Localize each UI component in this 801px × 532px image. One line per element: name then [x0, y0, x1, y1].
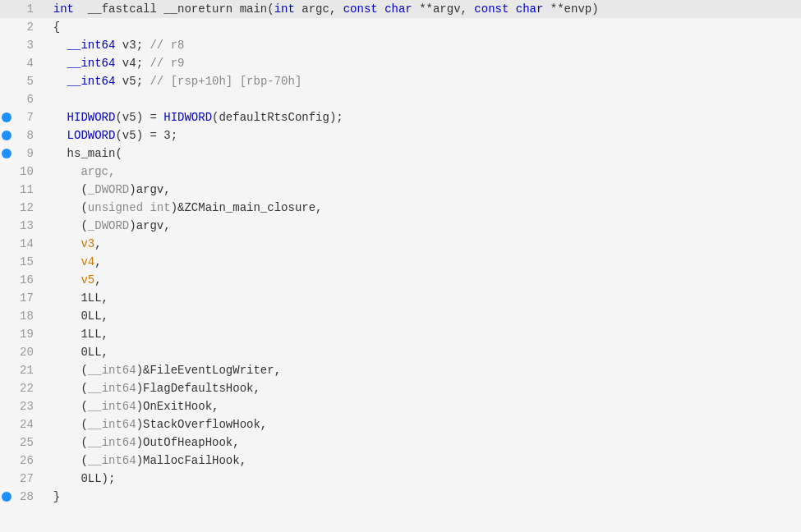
breakpoint-gutter[interactable]	[0, 271, 13, 289]
breakpoint-gutter[interactable]	[0, 361, 13, 379]
table-row: 21 (__int64)&FileEventLogWriter,	[0, 361, 801, 379]
code-token: 0LL);	[53, 472, 116, 485]
breakpoint-gutter[interactable]	[0, 163, 13, 181]
code-token: (	[53, 400, 88, 413]
line-number: 13	[13, 217, 47, 235]
code-token: )&FileEventLogWriter,	[136, 364, 281, 377]
line-content: 0LL);	[47, 470, 801, 488]
breakpoint-gutter[interactable]	[0, 253, 13, 271]
table-row: 1int __fastcall __noreturn main(int argc…	[0, 0, 801, 18]
line-content: (_DWORD)argv,	[47, 217, 801, 235]
code-token: (v5) =	[115, 111, 163, 124]
table-row: 5 __int64 v5; // [rsp+10h] [rbp-70h]	[0, 72, 801, 90]
line-content: (__int64)OutOfHeapHook,	[47, 433, 801, 452]
code-token: v3;	[115, 39, 150, 52]
code-token: (	[53, 201, 88, 214]
code-token: hs_main(	[53, 147, 122, 160]
breakpoint-gutter[interactable]	[0, 307, 13, 325]
breakpoint-gutter[interactable]	[0, 144, 13, 163]
line-number: 3	[13, 36, 47, 54]
breakpoint-gutter[interactable]	[0, 108, 13, 126]
breakpoint-gutter[interactable]	[0, 181, 13, 199]
code-token	[53, 237, 81, 250]
table-row: 23 (__int64)OnExitHook,	[0, 397, 801, 415]
code-token: (defaultRtsConfig);	[212, 111, 343, 124]
code-token: v3	[81, 237, 94, 250]
line-content: (unsigned int)&ZCMain_main_closure,	[47, 199, 801, 217]
breakpoint-gutter[interactable]	[0, 217, 13, 235]
code-token: argc,	[53, 165, 116, 178]
line-content: 0LL,	[47, 307, 801, 325]
code-token: )argv,	[129, 183, 170, 196]
line-number: 16	[13, 271, 47, 289]
table-row: 14 v3,	[0, 235, 801, 253]
code-token: unsigned int	[88, 201, 171, 214]
table-row: 13 (_DWORD)argv,	[0, 217, 801, 235]
breakpoint-gutter[interactable]	[0, 488, 13, 506]
line-content: int __fastcall __noreturn main(int argc,…	[47, 0, 801, 18]
code-token: (	[53, 382, 88, 395]
breakpoint-gutter[interactable]	[0, 452, 13, 470]
table-row: 27 0LL);	[0, 470, 801, 488]
code-token: char	[384, 2, 412, 16]
code-editor[interactable]: 1int __fastcall __noreturn main(int argc…	[0, 0, 801, 532]
table-row: 22 (__int64)FlagDefaultsHook,	[0, 379, 801, 397]
line-number: 19	[13, 325, 47, 343]
breakpoint-gutter[interactable]	[0, 72, 13, 90]
line-content: __int64 v5; // [rsp+10h] [rbp-70h]	[47, 72, 801, 90]
code-token	[378, 2, 384, 16]
breakpoint-gutter[interactable]	[0, 433, 13, 452]
table-row: 18 0LL,	[0, 307, 801, 325]
table-row: 20 0LL,	[0, 343, 801, 361]
breakpoint-gutter[interactable]	[0, 379, 13, 397]
code-token: v5	[81, 273, 94, 287]
code-token: 1LL,	[53, 291, 108, 305]
line-number: 4	[13, 54, 47, 72]
breakpoint-gutter[interactable]	[0, 415, 13, 433]
line-number: 28	[13, 488, 47, 506]
breakpoint-gutter[interactable]	[0, 343, 13, 361]
breakpoint-dot	[2, 112, 12, 122]
code-token: (	[53, 454, 88, 467]
code-token: v4;	[115, 57, 150, 70]
code-token: ,	[94, 273, 101, 287]
line-content: hs_main(	[47, 144, 801, 163]
code-token: LODWORD	[53, 129, 116, 142]
code-token: )OutOfHeapHook,	[136, 436, 240, 449]
breakpoint-gutter[interactable]	[0, 90, 13, 108]
breakpoint-gutter[interactable]	[0, 0, 13, 18]
breakpoint-gutter[interactable]	[0, 470, 13, 488]
breakpoint-gutter[interactable]	[0, 18, 13, 36]
code-token: HIDWORD	[163, 111, 212, 124]
line-content: v5,	[47, 271, 801, 289]
code-token: // r8	[150, 39, 184, 52]
code-token: __int64	[53, 39, 116, 52]
table-row: 6	[0, 90, 801, 108]
line-number: 23	[13, 397, 47, 415]
code-token	[53, 273, 81, 287]
code-token: int	[274, 2, 295, 16]
breakpoint-gutter[interactable]	[0, 325, 13, 343]
breakpoint-gutter[interactable]	[0, 199, 13, 217]
breakpoint-gutter[interactable]	[0, 36, 13, 54]
breakpoint-gutter[interactable]	[0, 235, 13, 253]
line-content: (__int64)FlagDefaultsHook,	[47, 379, 801, 397]
breakpoint-gutter[interactable]	[0, 289, 13, 307]
breakpoint-gutter[interactable]	[0, 126, 13, 144]
line-content: HIDWORD(v5) = HIDWORD(defaultRtsConfig);	[47, 108, 801, 126]
code-token: __int64	[53, 75, 116, 88]
breakpoint-gutter[interactable]	[0, 54, 13, 72]
code-token: )argv,	[129, 219, 170, 232]
table-row: 28}	[0, 488, 801, 506]
code-token: (	[53, 364, 88, 377]
line-number: 15	[13, 253, 47, 271]
code-token: 0LL,	[53, 310, 108, 323]
code-token: 1LL,	[53, 328, 108, 341]
code-token: v4	[81, 255, 94, 268]
code-token: int	[53, 2, 74, 16]
table-row: 24 (__int64)StackOverflowHook,	[0, 415, 801, 433]
code-token: **envp)	[543, 2, 598, 16]
line-number: 18	[13, 307, 47, 325]
breakpoint-gutter[interactable]	[0, 397, 13, 415]
table-row: 9 hs_main(	[0, 144, 801, 163]
